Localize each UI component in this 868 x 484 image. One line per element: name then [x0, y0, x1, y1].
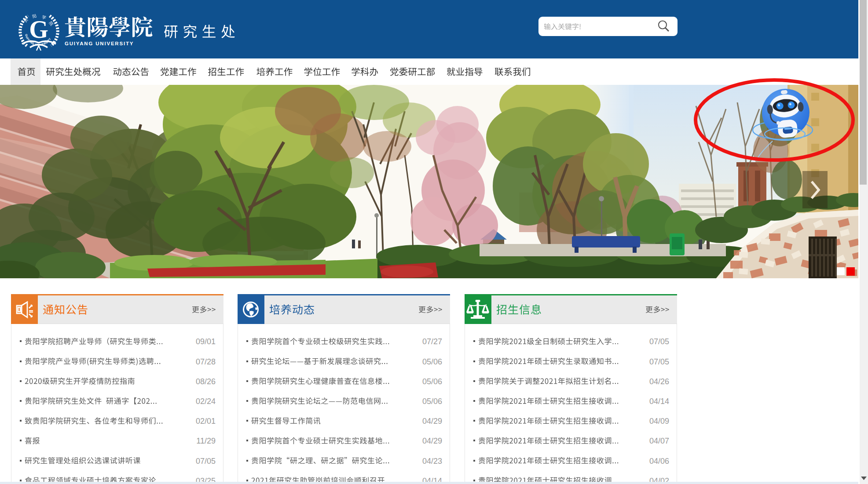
svg-text:G: G	[29, 16, 48, 43]
